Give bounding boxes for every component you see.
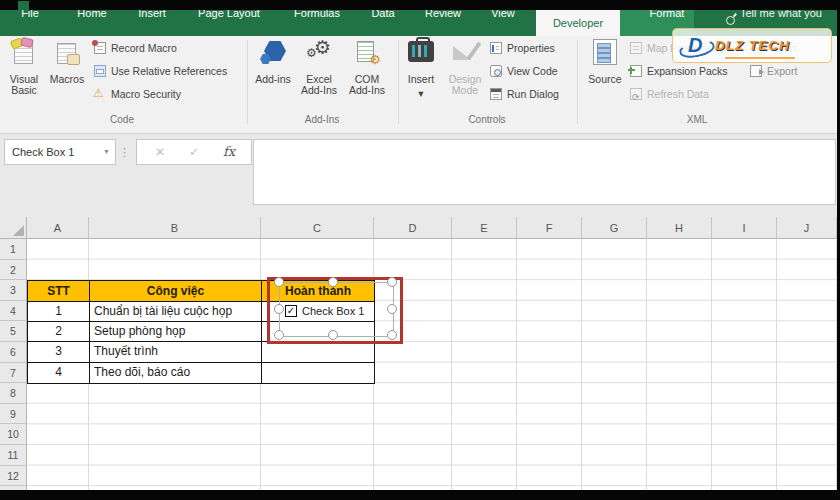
properties-label: Properties	[507, 42, 555, 54]
cell-b6[interactable]: Thuyết trình	[89, 341, 262, 363]
excel-addins-button[interactable]: ⚙⚙ Excel Add-Ins	[296, 38, 342, 108]
view-code-icon	[490, 65, 502, 77]
cell-a4[interactable]: 1	[27, 301, 90, 322]
export-icon	[750, 65, 762, 77]
export-button[interactable]: Export	[750, 62, 797, 80]
source-label: Source	[583, 74, 627, 85]
name-box-dropdown-icon[interactable]: ▼	[103, 140, 110, 164]
resize-handle-top-left[interactable]	[274, 277, 284, 287]
cell-a5[interactable]: 2	[27, 321, 90, 342]
com-addins-label: COM Add-Ins	[344, 74, 390, 96]
properties-button[interactable]: Properties	[490, 39, 555, 57]
column-header-e[interactable]: E	[452, 217, 517, 239]
row-header-5[interactable]: 5	[0, 321, 27, 342]
resize-handle-middle-left[interactable]	[274, 304, 284, 314]
macros-button[interactable]: Macros	[46, 38, 88, 108]
row-header-3[interactable]: 3	[0, 280, 27, 301]
macros-icon	[56, 40, 78, 64]
source-button[interactable]: Source	[583, 38, 627, 108]
addins-button[interactable]: Add-ins	[253, 38, 293, 108]
expansion-packs-icon	[630, 65, 642, 77]
cell-c6[interactable]	[261, 341, 375, 363]
column-header-h[interactable]: H	[647, 217, 712, 239]
checkbox-icon[interactable]: ✓	[285, 305, 297, 317]
gridline-v	[776, 239, 777, 490]
com-addins-button[interactable]: ⚙ COM Add-Ins	[344, 38, 390, 108]
group-separator	[398, 40, 399, 124]
name-box-value: Check Box 1	[12, 140, 74, 164]
refresh-data-label: Refresh Data	[647, 88, 709, 100]
resize-handle-bottom-left[interactable]	[274, 330, 284, 340]
row-header-7[interactable]: 7	[0, 363, 27, 384]
formula-bar-input[interactable]	[253, 139, 836, 205]
expansion-packs-button[interactable]: Expansion Packs	[630, 62, 728, 80]
select-all-corner[interactable]	[0, 217, 27, 239]
visual-basic-button[interactable]: Visual Basic	[4, 38, 44, 108]
column-header-c[interactable]: C	[261, 217, 374, 239]
worksheet[interactable]: A B C D E F G H I J 1 2 3 4 5 6 7 8 9 10…	[0, 217, 837, 490]
cell-a7[interactable]: 4	[27, 362, 90, 384]
macro-security-button[interactable]: ⚠ Macro Security	[94, 85, 181, 103]
insert-controls-button[interactable]: Insert ▾	[402, 38, 440, 108]
expansion-packs-label: Expansion Packs	[647, 65, 728, 77]
cell-b5[interactable]: Setup phòng họp	[89, 321, 262, 342]
column-header-a[interactable]: A	[27, 217, 89, 239]
visual-basic-icon	[13, 40, 35, 64]
formula-bar-separator-dots[interactable]: ⋮	[119, 139, 130, 165]
cell-b7[interactable]: Theo dõi, báo cáo	[89, 362, 262, 384]
row-header-9[interactable]: 9	[0, 404, 27, 425]
cell-a6[interactable]: 3	[27, 341, 90, 363]
column-header-f[interactable]: F	[517, 217, 582, 239]
refresh-data-button[interactable]: Refresh Data	[630, 85, 709, 103]
row-header-1[interactable]: 1	[0, 239, 27, 260]
resize-handle-middle-right[interactable]	[387, 304, 397, 314]
enter-icon[interactable]: ✓	[189, 140, 199, 164]
resize-handle-bottom-middle[interactable]	[328, 330, 338, 340]
record-macro-button[interactable]: Record Macro	[94, 39, 177, 57]
tell-me-search-icon	[726, 16, 735, 25]
cell-c7[interactable]	[261, 362, 375, 384]
row-header-2[interactable]: 2	[0, 260, 27, 281]
gridline-v	[581, 239, 582, 490]
column-header-b[interactable]: B	[89, 217, 261, 239]
row-header-12[interactable]: 12	[0, 466, 27, 487]
watermark-logo-icon: D	[681, 33, 711, 59]
run-dialog-button[interactable]: Run Dialog	[490, 85, 559, 103]
record-macro-label: Record Macro	[111, 42, 177, 54]
column-header-d[interactable]: D	[374, 217, 452, 239]
view-code-label: View Code	[507, 65, 558, 77]
formula-bar-buttons: ✕ ✓ fx	[136, 139, 252, 165]
column-header-j[interactable]: J	[777, 217, 837, 239]
properties-icon	[490, 42, 502, 54]
view-code-button[interactable]: View Code	[490, 62, 558, 80]
column-header-g[interactable]: G	[582, 217, 647, 239]
controls-group-label: Controls	[457, 113, 517, 127]
resize-handle-bottom-right[interactable]	[387, 330, 397, 340]
xml-group-label: XML	[667, 113, 727, 127]
name-box[interactable]: Check Box 1 ▼	[4, 139, 116, 165]
cell-a3-stt-header[interactable]: STT	[27, 280, 90, 302]
row-header-4[interactable]: 4	[0, 301, 27, 322]
row-header-8[interactable]: 8	[0, 383, 27, 404]
use-relative-references-button[interactable]: Use Relative References	[94, 62, 227, 80]
insert-function-icon[interactable]: fx	[223, 140, 235, 164]
map-properties-icon	[630, 42, 642, 54]
resize-handle-top-right[interactable]	[387, 277, 397, 287]
insert-toolbox-icon	[408, 41, 434, 62]
row-header-10[interactable]: 10	[0, 424, 27, 445]
macro-security-warning-icon: ⚠	[93, 87, 104, 99]
checkbox-control[interactable]: ✓ Check Box 1	[285, 305, 364, 317]
watermark-tagline	[725, 57, 795, 59]
cancel-icon[interactable]: ✕	[155, 140, 165, 164]
cell-b4[interactable]: Chuẩn bị tài liệu cuộc họp	[89, 301, 262, 322]
resize-handle-top-middle[interactable]	[328, 277, 338, 287]
tab-developer[interactable]: Developer	[536, 10, 620, 36]
use-relative-references-label: Use Relative References	[111, 65, 227, 77]
excel-addins-label: Excel Add-Ins	[296, 74, 342, 96]
row-header-11[interactable]: 11	[0, 445, 27, 466]
column-header-i[interactable]: I	[712, 217, 777, 239]
design-mode-button[interactable]: Design Mode	[442, 38, 488, 108]
row-header-6[interactable]: 6	[0, 342, 27, 363]
run-dialog-label: Run Dialog	[507, 88, 559, 100]
cell-b3-task-header[interactable]: Công việc	[89, 280, 262, 302]
